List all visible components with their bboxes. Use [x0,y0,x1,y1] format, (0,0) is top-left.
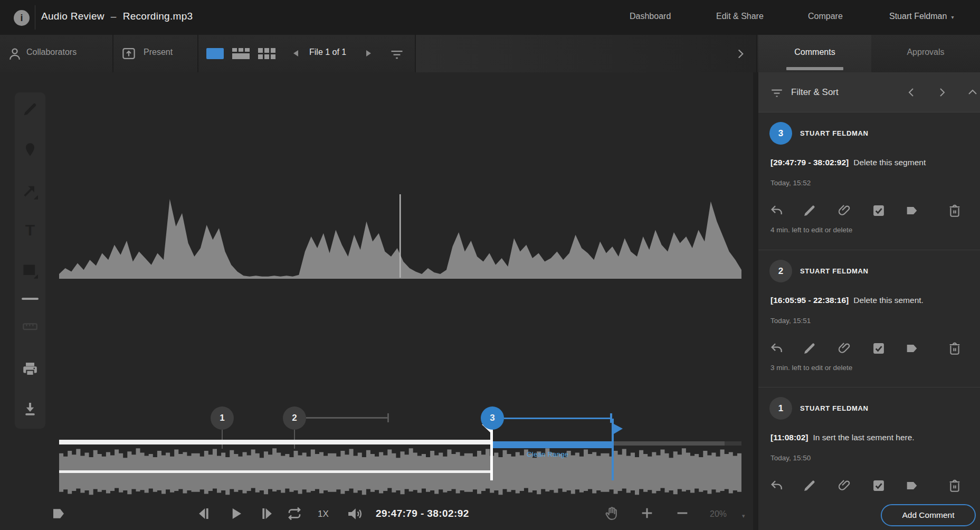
download-icon[interactable] [22,401,39,418]
play-icon[interactable] [228,506,244,522]
pencil-icon[interactable] [22,101,39,118]
comment-actions [758,341,980,357]
next-file-icon[interactable] [364,49,373,58]
person-icon [7,46,23,62]
comment-timestamp-range: [11:08:02] [770,433,808,442]
comment-actions [758,478,980,494]
attachment-icon[interactable] [837,341,852,356]
time-range-display: 29:47:79 - 38:02:92 [376,508,469,519]
trash-icon[interactable] [947,341,962,356]
sort-lines-icon[interactable] [389,47,404,62]
volume-icon[interactable] [346,505,364,523]
tool-palette: T [15,92,45,429]
comment-body: [16:05:95 - 22:38:16]Delete this sement. [770,296,971,305]
trash-icon[interactable] [947,203,962,218]
timeline-marker-3[interactable]: 3 [481,406,504,430]
pencil-icon[interactable] [802,203,817,218]
ruler-icon[interactable] [22,318,39,335]
comment-actions [758,203,980,219]
timeline-track-end[interactable] [725,441,741,446]
printer-icon[interactable] [22,361,39,377]
grid-view-icon[interactable] [258,48,276,60]
nav-edit-share[interactable]: Edit & Share [716,12,764,21]
collaborators-button[interactable]: Collaborators [26,48,77,57]
comment-timestamp-range: [16:05:95 - 22:38:16] [770,296,849,305]
waveform-center-line [59,470,492,473]
arrow-ne-icon[interactable] [22,183,39,200]
reply-icon[interactable] [769,478,784,493]
present-button[interactable]: Present [144,48,173,57]
checkbox-icon[interactable] [871,341,886,356]
zoom-in-icon[interactable] [640,506,654,520]
tag-icon[interactable] [905,341,919,356]
user-menu[interactable]: Stuart Feldman▾ [889,12,954,21]
marker-2-range-line [306,417,388,419]
filter-sort-header: Filter & Sort [758,72,980,112]
waveform-cursor-spike [399,194,401,278]
comment-number-badge[interactable]: 3 [769,122,792,145]
chevron-left-icon[interactable] [905,86,918,99]
hand-icon[interactable] [604,505,620,522]
comment-edit-note: 4 min. left to edit or delete [770,226,852,234]
line-tool-icon[interactable] [22,298,39,300]
timeline-marker-2[interactable]: 2 [283,406,306,430]
next-frame-icon[interactable] [258,506,273,522]
reply-icon[interactable] [769,341,784,356]
pin-icon[interactable] [22,141,39,158]
comment-card[interactable]: 2 STUART FELDMAN [16:05:95 - 22:38:16]De… [758,250,980,387]
chevron-up-icon[interactable] [966,86,979,99]
playhead[interactable] [490,427,493,480]
tag-icon[interactable] [905,203,919,218]
zoom-out-icon[interactable] [675,506,690,520]
loop-icon[interactable] [286,505,303,522]
tab-comments[interactable]: Comments [758,35,871,72]
timeline-track-played[interactable] [59,440,492,444]
single-view-icon[interactable] [206,48,224,59]
comment-body: [29:47:79 - 38:02:92]Delete this segment [770,158,971,167]
nav-dashboard[interactable]: Dashboard [630,12,671,21]
timeline-marker-1[interactable]: 1 [211,406,234,430]
comment-text: Delete this segment [853,158,926,167]
comment-text: Delete this sement. [853,296,924,305]
clean-range-label: Clean Range [527,450,568,458]
add-comment-button[interactable]: Add Comment [881,504,976,526]
playback-speed[interactable]: 1X [318,509,329,519]
pencil-icon[interactable] [802,341,817,356]
comment-number-badge[interactable]: 2 [769,260,792,282]
filmstrip-view-icon[interactable] [232,48,250,60]
pencil-icon[interactable] [802,478,817,493]
rect-tool-icon[interactable] [22,262,39,279]
prev-file-icon[interactable] [292,49,300,58]
trash-icon[interactable] [947,478,962,493]
active-tab-underline [786,67,843,70]
zoom-level[interactable]: 20% [710,509,727,519]
filter-icon[interactable] [770,86,784,100]
comment-body: [11:08:02]In sert the last sement here. [770,433,971,442]
tag-icon[interactable] [905,478,919,493]
info-icon[interactable]: i [14,10,30,26]
chevron-down-icon: ▾ [951,14,954,20]
file-nav-label: File 1 of 1 [309,48,346,57]
nav-compare[interactable]: Compare [808,12,843,21]
comment-time: Today, 15:52 [770,179,811,187]
comment-number-badge[interactable]: 1 [769,397,792,420]
tab-approvals[interactable]: Approvals [871,35,980,72]
marker-stem [222,430,223,449]
label-icon[interactable] [51,506,66,522]
reply-icon[interactable] [769,203,784,218]
checkbox-icon[interactable] [871,203,886,218]
prev-frame-icon[interactable] [197,506,213,522]
selection-end-flag-icon[interactable] [614,424,624,434]
chevron-down-icon[interactable]: ▾ [742,513,745,519]
comment-text: In sert the last sement here. [813,433,915,442]
text-tool-icon[interactable]: T [22,222,39,239]
attachment-icon[interactable] [837,478,852,493]
chevron-right-icon[interactable] [936,86,948,99]
checkbox-icon[interactable] [871,478,886,493]
comment-card[interactable]: 3 STUART FELDMAN [29:47:79 - 38:02:92]De… [758,112,980,250]
attachment-icon[interactable] [837,203,852,218]
selected-range-bar[interactable] [492,441,613,448]
timeline-track-remaining[interactable] [613,441,725,446]
chevron-right-icon[interactable] [734,47,747,61]
user-name: Stuart Feldman [889,12,947,21]
